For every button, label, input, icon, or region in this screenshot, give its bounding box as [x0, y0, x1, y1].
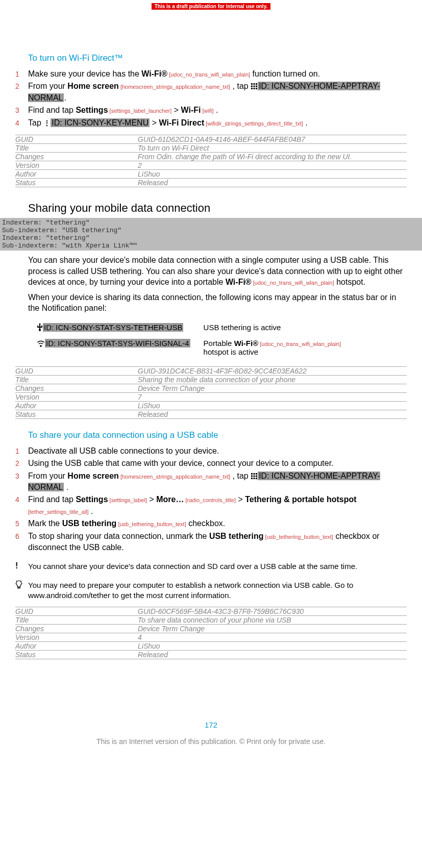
- warning-note: ! You cannot share your device's data co…: [15, 561, 407, 572]
- icon-id-wifi-signal: ID: ICN-SONY-STAT-SYS-WIFI-SIGNAL-4: [45, 339, 190, 348]
- step-text: Tap ⋮ID: ICN-SONY-KEY-MENU > Wi-Fi Direc…: [28, 117, 407, 129]
- step-number: 1: [15, 445, 28, 457]
- svg-rect-5: [256, 86, 257, 87]
- draft-banner-text: This is a draft publication for internal…: [152, 3, 271, 10]
- menu-icon: ⋮: [43, 118, 51, 129]
- step-text: Find and tap Settings [settings_label] >…: [28, 494, 407, 517]
- step-text: Make sure your device has the Wi-Fi® [ud…: [28, 68, 407, 80]
- section1-title: To turn on Wi-Fi Direct™: [28, 53, 407, 63]
- step-6: 6 To stop sharing your data connection, …: [15, 531, 407, 554]
- step-text: From your Home screen [homescreen_string…: [28, 81, 407, 104]
- icon-id-tether-usb: ID: ICN-SONY-STAT-SYS-TETHER-USB: [43, 323, 183, 332]
- svg-rect-3: [251, 86, 253, 87]
- svg-rect-7: [254, 88, 255, 89]
- meta-table-3: GUIDGUID-60CF569F-5B4A-43C3-B7F8-759B6C7…: [15, 607, 407, 659]
- svg-rect-4: [254, 86, 255, 87]
- svg-rect-0: [251, 83, 253, 85]
- step-number: 1: [15, 68, 28, 80]
- step-number: 5: [15, 518, 28, 529]
- step-number: 3: [15, 470, 28, 482]
- page-content: To turn on Wi-Fi Direct™ 1 Make sure you…: [0, 53, 422, 659]
- step-2: 2 From your Home screen [homescreen_stri…: [15, 81, 407, 104]
- icon-id-keymenu: ID: ICN-SONY-KEY-MENU: [51, 118, 150, 127]
- svg-rect-2: [256, 83, 257, 85]
- usb-tether-icon: [37, 323, 43, 331]
- note-text: You may need to prepare your computer to…: [28, 580, 407, 601]
- svg-rect-13: [254, 475, 255, 477]
- icon-description-table: ID: ICN-SONY-STAT-SYS-TETHER-USB USB tet…: [36, 319, 346, 360]
- step-number: 4: [15, 494, 28, 505]
- section2-para1: You can share your device's mobile data …: [28, 255, 407, 288]
- app-grid-icon: [251, 473, 258, 480]
- svg-rect-10: [254, 473, 255, 475]
- svg-rect-11: [256, 473, 257, 475]
- step-text: Using the USB cable that came with your …: [28, 458, 407, 469]
- step-number: 6: [15, 531, 28, 542]
- step-text: Find and tap Settings [settings_label_la…: [28, 105, 407, 116]
- footer-text: This is an Internet version of this publ…: [0, 737, 422, 756]
- svg-rect-12: [251, 475, 253, 477]
- wifi-signal-icon: [37, 340, 45, 347]
- step-3: 3 Find and tap Settings [settings_label_…: [15, 105, 407, 116]
- section2-para2: When your device is sharing its data con…: [28, 292, 407, 314]
- tip-icon: [15, 580, 28, 591]
- svg-rect-1: [254, 83, 255, 85]
- bulb-icon: [15, 580, 22, 589]
- draft-banner: This is a draft publication for internal…: [0, 1, 422, 10]
- svg-rect-14: [256, 475, 257, 477]
- section3-steps: 1 Deactivate all USB cable connections t…: [15, 445, 407, 554]
- step-number: 4: [15, 117, 28, 129]
- section3-title: To share your data connection using a US…: [28, 430, 407, 440]
- step-4: 4 Tap ⋮ID: ICN-SONY-KEY-MENU > Wi-Fi Dir…: [15, 117, 407, 129]
- step-number: 3: [15, 105, 28, 116]
- step-text: Mark the USB tethering [usb_tethering_bu…: [28, 518, 407, 529]
- section1-steps: 1 Make sure your device has the Wi-Fi® […: [15, 68, 407, 129]
- step-1: 1 Make sure your device has the Wi-Fi® […: [15, 68, 407, 80]
- icon-desc: USB tethering is active: [204, 320, 345, 335]
- step-number: 2: [15, 81, 28, 92]
- meta-table-1: GUIDGUID-61D62CD1-0A49-4146-ABEF-644FAFB…: [15, 135, 407, 187]
- svg-rect-16: [254, 478, 255, 479]
- page-number: 172: [0, 721, 422, 729]
- warning-icon: !: [15, 561, 28, 571]
- icon-row-wifi: ID: ICN-SONY-STAT-SYS-WIFI-SIGNAL-4 Port…: [37, 336, 345, 359]
- icon-row-usb: ID: ICN-SONY-STAT-SYS-TETHER-USB USB tet…: [37, 320, 345, 335]
- step-number: 2: [15, 458, 28, 469]
- tip-note: You may need to prepare your computer to…: [15, 580, 407, 601]
- step-1: 1 Deactivate all USB cable connections t…: [15, 445, 407, 457]
- step-5: 5 Mark the USB tethering [usb_tethering_…: [15, 518, 407, 529]
- meta-table-2: GUIDGUID-391DC4CE-B831-4F3F-8D82-9CC4E03…: [15, 366, 407, 419]
- step-text: Deactivate all USB cable connections to …: [28, 445, 407, 457]
- svg-rect-9: [251, 473, 253, 475]
- svg-rect-8: [256, 88, 257, 89]
- step-3: 3 From your Home screen [homescreen_stri…: [15, 470, 407, 493]
- step-2: 2 Using the USB cable that came with you…: [15, 458, 407, 469]
- step-4: 4 Find and tap Settings [settings_label]…: [15, 494, 407, 517]
- svg-rect-15: [251, 478, 253, 479]
- step-text: From your Home screen [homescreen_string…: [28, 470, 407, 493]
- svg-rect-6: [251, 88, 253, 89]
- icon-desc: Portable Wi-Fi® [udoc_no_trans_wifi_wlan…: [204, 336, 345, 359]
- svg-rect-17: [256, 478, 257, 479]
- step-text: To stop sharing your data connection, un…: [28, 531, 407, 554]
- indexterm-box: Indexterm: "tethering" Sub-indexterm: "U…: [0, 218, 422, 251]
- section2-title: Sharing your mobile data connection: [28, 202, 407, 215]
- note-text: You cannot share your device's data conn…: [28, 561, 407, 572]
- app-grid-icon: [251, 83, 258, 90]
